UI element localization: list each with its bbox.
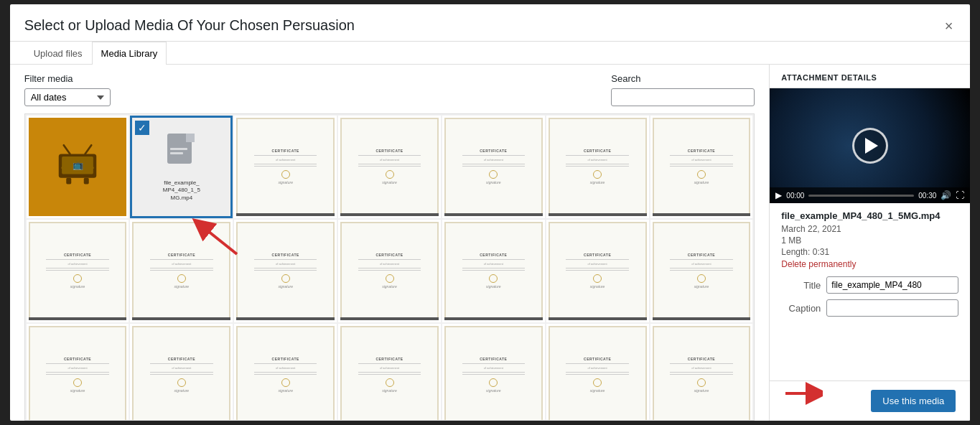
media-item-10[interactable]: CERTIFICATEof achievementsignature [234, 220, 337, 322]
svg-line-2 [64, 146, 70, 154]
field-caption-input[interactable] [826, 299, 958, 317]
field-title-label: Title [781, 280, 821, 291]
mp4-filename: file_example_MP4_480_1_5MG.mp4 [160, 179, 203, 202]
file-icon [166, 132, 197, 177]
svg-text:📺: 📺 [73, 159, 84, 171]
tv-thumbnail: 📺 [29, 118, 127, 216]
attachment-details-header: ATTACHMENT DETAILS [770, 65, 970, 88]
svg-rect-4 [66, 178, 71, 185]
media-item-16[interactable]: CERTIFICATEof achievementsignature [130, 324, 233, 421]
search-section: Search [611, 73, 755, 106]
attachment-length-value: 0:31 [813, 247, 829, 257]
svg-rect-5 [84, 178, 89, 185]
attachment-length: Length: 0:31 [781, 247, 958, 257]
media-item-6[interactable]: CERTIFICATEof achievementsignature [546, 116, 649, 218]
media-item-1[interactable]: 📺 [27, 116, 129, 218]
attachment-date: March 22, 2021 [781, 224, 958, 234]
attachment-length-label: Length: [781, 247, 810, 257]
attachment-fields: Title Caption [770, 276, 970, 330]
svg-rect-11 [170, 148, 187, 150]
modal-overlay: Select or Upload Media Of Your Chosen Pe… [0, 0, 980, 425]
attachment-size: 1 MB [781, 235, 958, 246]
svg-rect-10 [186, 134, 195, 142]
modal-footer: Use this media [769, 380, 970, 421]
field-title-input[interactable] [826, 276, 958, 294]
filter-label: Filter media [24, 73, 111, 84]
red-arrow-footer [780, 379, 823, 408]
video-controls: ▶ 00:00 00:30 🔊 ⛶ [770, 187, 970, 203]
media-item-17[interactable]: CERTIFICATEof achievementsignature [234, 324, 337, 421]
media-item-13[interactable]: CERTIFICATEof achievementsignature [546, 220, 649, 322]
modal-body: Filter media All dates Search [10, 65, 971, 421]
modal-header: Select or Upload Media Of Your Chosen Pe… [10, 4, 971, 42]
field-row-caption: Caption [781, 299, 958, 317]
media-modal: Select or Upload Media Of Your Chosen Pe… [10, 4, 971, 421]
attachment-meta: file_example_MP4_480_1_5MG.mp4 March 22,… [770, 203, 970, 276]
video-time-total: 00:30 [918, 192, 936, 200]
video-progress-bar[interactable] [808, 195, 914, 197]
media-item-4[interactable]: CERTIFICATEof achievementsignature [338, 116, 441, 218]
media-item-12[interactable]: CERTIFICATEof achievementsignature [442, 220, 545, 322]
attachment-delete-link[interactable]: Delete permanently [781, 259, 856, 269]
media-grid: 📺 ✓ [25, 114, 755, 421]
attachment-sidebar: ATTACHMENT DETAILS ▶ 00:00 00:30 🔊 [769, 65, 970, 421]
video-preview[interactable]: ▶ 00:00 00:30 🔊 ⛶ [770, 88, 970, 203]
video-play-button[interactable] [852, 128, 888, 164]
media-item-2[interactable]: ✓ [130, 116, 233, 218]
svg-line-3 [85, 146, 92, 154]
video-volume-control[interactable]: 🔊 [941, 190, 951, 200]
tab-upload[interactable]: Upload files [24, 42, 92, 65]
media-item-9[interactable]: CERTIFICATEof achievementsignature [130, 220, 233, 322]
filter-section: Filter media All dates [24, 73, 111, 106]
media-item-5[interactable]: CERTIFICATEof achievementsignature [442, 116, 545, 218]
media-item-15[interactable]: CERTIFICATEof achievementsignature [27, 324, 129, 421]
media-item-21[interactable]: CERTIFICATEof achievementsignature [650, 324, 753, 421]
filter-select-wrapper: All dates [24, 88, 111, 106]
video-time-current: 00:00 [786, 192, 804, 200]
filter-search-row: Filter media All dates Search [24, 73, 755, 106]
use-media-button[interactable]: Use this media [871, 390, 956, 412]
modal-close-button[interactable]: × [942, 19, 956, 33]
media-item-19[interactable]: CERTIFICATEof achievementsignature [442, 324, 545, 421]
video-fullscreen-control[interactable]: ⛶ [956, 190, 964, 200]
media-item-11[interactable]: CERTIFICATEof achievementsignature [338, 220, 441, 322]
modal-title: Select or Upload Media Of Your Chosen Pe… [24, 17, 355, 34]
svg-point-7 [91, 167, 94, 169]
tab-media-library[interactable]: Media Library [92, 42, 167, 65]
attachment-filename: file_example_MP4_480_1_5MG.mp4 [781, 210, 958, 221]
modal-tabs: Upload files Media Library [10, 42, 971, 65]
filter-date-select[interactable]: All dates [24, 88, 111, 106]
video-thumbnail [770, 88, 970, 203]
svg-point-6 [61, 167, 64, 169]
field-caption-label: Caption [781, 303, 821, 314]
media-item-3[interactable]: CERTIFICATEof achievementsignature [234, 116, 337, 218]
media-item-14[interactable]: CERTIFICATEof achievementsignature [650, 220, 753, 322]
search-input[interactable] [611, 88, 755, 106]
media-grid-wrapper[interactable]: 📺 ✓ [24, 113, 755, 421]
video-play-control[interactable]: ▶ [775, 190, 782, 200]
field-row-title: Title [781, 276, 958, 294]
svg-rect-12 [170, 152, 183, 154]
selected-check: ✓ [135, 121, 149, 135]
media-item-18[interactable]: CERTIFICATEof achievementsignature [338, 324, 441, 421]
media-item-7[interactable]: CERTIFICATEof achievementsignature [650, 116, 753, 218]
media-item-8[interactable]: CERTIFICATEof achievementsignature [27, 220, 129, 322]
media-item-20[interactable]: CERTIFICATEof achievementsignature [546, 324, 649, 421]
search-label: Search [611, 73, 755, 84]
media-area: Filter media All dates Search [10, 65, 770, 421]
